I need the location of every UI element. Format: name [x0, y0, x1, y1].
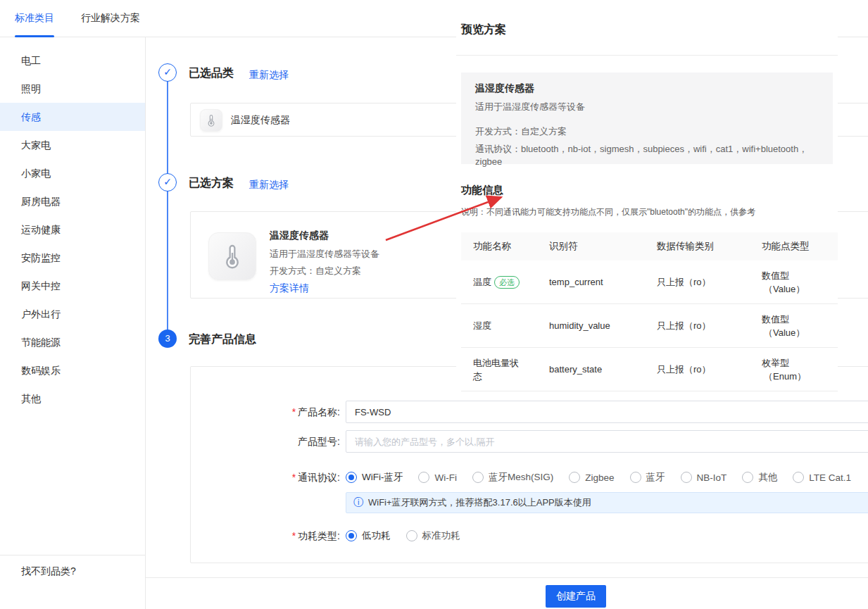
radio-icon	[569, 472, 580, 483]
step2-reselect-link[interactable]: 重新选择	[249, 177, 289, 192]
power-radio-group: 低功耗 标准功耗	[346, 525, 476, 547]
protocol-option-wifi[interactable]: Wi-Fi	[418, 472, 456, 483]
cell-function-name: 电池电量状态	[473, 356, 525, 383]
required-asterisk: *	[292, 406, 296, 417]
function-info-note: 说明：不同通讯能力可能支持功能点不同，仅展示"bluetooth"的功能点，供参…	[461, 206, 755, 218]
step1-check-icon: ✓	[158, 63, 177, 82]
product-model-row: 产品型号:	[191, 430, 868, 453]
sidebar-item-sensor[interactable]: 传感	[0, 103, 145, 131]
preview-panel-title: 预览方案	[461, 23, 506, 37]
sidebar-item-gateway[interactable]: 网关中控	[0, 272, 145, 300]
step1-reselect-link[interactable]: 重新选择	[249, 68, 289, 82]
sidebar-item-health[interactable]: 运动健康	[0, 215, 145, 244]
solution-desc: 适用于温湿度传感器等设备	[270, 246, 379, 263]
cell-function-name: 湿度	[473, 319, 525, 332]
protocol-option-ble[interactable]: 蓝牙	[630, 471, 665, 484]
summary-dev-mode: 开发方式：自定义方案	[475, 125, 819, 138]
required-asterisk: *	[292, 472, 296, 483]
category-list: 电工 照明 传感 大家电 小家电 厨房电器 运动健康 安防监控 网关中控 户外出…	[0, 37, 145, 413]
sidebar-item-outdoor[interactable]: 户外出行	[0, 300, 145, 328]
table-row: 温度必选 temp_current 只上报（ro） 数值型（Value）	[461, 260, 838, 304]
cell-transfer: 只上报（ro）	[657, 363, 762, 376]
power-option-standard[interactable]: 标准功耗	[406, 529, 460, 542]
required-asterisk: *	[292, 530, 296, 541]
tab-standard-category[interactable]: 标准类目	[15, 0, 54, 37]
radio-icon	[472, 472, 484, 483]
cell-dp-type: 数值型（Value）	[762, 313, 838, 339]
panel-divider	[456, 55, 838, 56]
step2-title: 已选方案	[189, 175, 234, 191]
sidebar-item-small-appliance[interactable]: 小家电	[0, 159, 145, 187]
radio-icon	[406, 530, 417, 541]
product-info-form: *产品名称: 产品型号: *通讯协议: WiFi-蓝牙 Wi-Fi 蓝牙Mesh…	[190, 366, 868, 563]
power-option-low[interactable]: 低功耗	[346, 529, 391, 542]
create-product-button[interactable]: 创建产品	[546, 585, 606, 608]
protocol-row: *通讯协议: WiFi-蓝牙 Wi-Fi 蓝牙Mesh(SIG) Zigbee …	[191, 466, 868, 489]
step-connector-line	[167, 73, 168, 339]
function-info-title: 功能信息	[461, 184, 503, 197]
step1-title: 已选品类	[189, 65, 234, 81]
function-table: 功能名称 识别符 数据传输类别 功能点类型 温度必选 temp_current …	[461, 232, 838, 391]
sidebar-item-electrical[interactable]: 电工	[0, 46, 145, 75]
sidebar-item-energy[interactable]: 节能能源	[0, 328, 145, 356]
cell-function-name: 温度必选	[473, 275, 525, 289]
product-name-row: *产品名称:	[191, 401, 868, 423]
solution-info: 温湿度传感器 适用于温湿度传感器等设备 开发方式：自定义方案 方案详情	[270, 228, 379, 296]
sidebar-item-security[interactable]: 安防监控	[0, 244, 145, 272]
protocol-option-wifi-ble[interactable]: WiFi-蓝牙	[346, 471, 403, 484]
header-identifier: 识别符	[549, 240, 657, 253]
thermometer-icon	[208, 232, 256, 280]
footer-action-bar: 创建产品	[146, 577, 868, 609]
function-table-header: 功能名称 识别符 数据传输类别 功能点类型	[461, 232, 838, 260]
radio-icon	[418, 472, 429, 483]
category-sidebar: 电工 照明 传感 大家电 小家电 厨房电器 运动健康 安防监控 网关中控 户外出…	[0, 37, 146, 609]
radio-icon	[793, 472, 804, 483]
solution-dev-mode: 开发方式：自定义方案	[270, 263, 379, 280]
power-type-label: *功耗类型:	[191, 525, 340, 547]
protocol-label: *通讯协议:	[191, 466, 340, 489]
protocol-option-zigbee[interactable]: Zigbee	[569, 472, 614, 483]
product-model-label: 产品型号:	[191, 430, 340, 453]
radio-icon	[742, 472, 753, 483]
step3-title: 完善产品信息	[189, 332, 256, 347]
cell-dp-type: 数值型（Value）	[762, 269, 838, 296]
sidebar-item-other[interactable]: 其他	[0, 384, 145, 413]
selected-category-name: 温湿度传感器	[231, 103, 290, 136]
required-badge: 必选	[494, 276, 520, 289]
cell-dp-type: 枚举型（Enum）	[762, 356, 838, 383]
protocol-radio-group: WiFi-蓝牙 Wi-Fi 蓝牙Mesh(SIG) Zigbee 蓝牙 NB-I…	[346, 466, 867, 489]
cell-identifier: temp_current	[549, 277, 657, 287]
radio-icon	[681, 472, 692, 483]
sidebar-item-large-appliance[interactable]: 大家电	[0, 131, 145, 159]
sidebar-item-kitchen[interactable]: 厨房电器	[0, 187, 145, 215]
tab-industry-solution[interactable]: 行业解决方案	[81, 0, 140, 37]
thermometer-icon	[200, 109, 222, 132]
protocol-option-lte-cat1[interactable]: LTE Cat.1	[793, 472, 851, 483]
protocol-option-ble-mesh[interactable]: 蓝牙Mesh(SIG)	[472, 471, 553, 484]
sidebar-item-lighting[interactable]: 照明	[0, 75, 145, 103]
summary-name: 温湿度传感器	[475, 81, 819, 95]
solution-detail-link[interactable]: 方案详情	[270, 280, 309, 296]
solution-name: 温湿度传感器	[270, 228, 379, 242]
sidebar-item-entertainment[interactable]: 数码娱乐	[0, 356, 145, 384]
protocol-option-other[interactable]: 其他	[742, 471, 777, 484]
protocol-info-note: ⓘ WiFi+蓝牙联网方式，推荐搭配3.17.6以上APP版本使用	[346, 492, 868, 513]
cell-identifier: battery_state	[549, 364, 657, 375]
cell-transfer: 只上报（ro）	[657, 276, 762, 289]
cannot-find-category-link[interactable]: 找不到品类?	[0, 555, 145, 578]
protocol-note-text: WiFi+蓝牙联网方式，推荐搭配3.17.6以上APP版本使用	[368, 496, 591, 509]
product-name-input[interactable]	[346, 401, 868, 423]
table-row: 湿度 humidity_value 只上报（ro） 数值型（Value）	[461, 304, 838, 348]
protocol-option-nbiot[interactable]: NB-IoT	[681, 472, 727, 483]
radio-icon	[630, 472, 641, 483]
power-type-row: *功耗类型: 低功耗 标准功耗	[191, 525, 868, 547]
radio-checked-icon	[346, 530, 357, 541]
product-model-input[interactable]	[346, 430, 868, 453]
radio-checked-icon	[346, 472, 357, 483]
header-dp-type: 功能点类型	[762, 240, 838, 253]
info-icon: ⓘ	[353, 496, 363, 509]
preview-solution-panel: 预览方案 温湿度传感器 适用于温湿度传感器等设备 开发方式：自定义方案 通讯协议…	[456, 0, 838, 392]
step3-number: 3	[158, 329, 177, 348]
cell-identifier: humidity_value	[549, 320, 657, 331]
table-row: 电池电量状态 battery_state 只上报（ro） 枚举型（Enum）	[461, 348, 838, 391]
